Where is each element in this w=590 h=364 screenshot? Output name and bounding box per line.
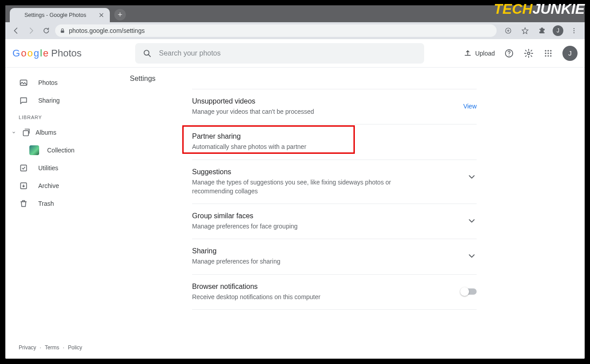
setting-row[interactable]: Group similar facesManage preferences fo… — [192, 204, 477, 239]
svg-point-4 — [574, 32, 574, 33]
svg-point-12 — [545, 52, 546, 54]
setting-row[interactable]: SharingManage preferences for sharing — [192, 239, 477, 274]
setting-title: Sharing — [192, 247, 458, 255]
help-icon[interactable] — [504, 48, 514, 59]
extensions-icon[interactable] — [536, 24, 548, 37]
sidebar-item-albums[interactable]: Albums — [5, 124, 121, 141]
setting-title: Suggestions — [192, 168, 458, 176]
main-content: Settings Unsupported videosManage your v… — [121, 68, 585, 359]
privacy-link[interactable]: Privacy — [19, 344, 36, 351]
browser-tab[interactable]: Settings - Google Photos — [10, 8, 110, 22]
svg-point-17 — [550, 55, 551, 56]
chevron-down-icon[interactable] — [467, 216, 477, 226]
address-bar[interactable]: photos.google.com/settings — [55, 24, 497, 37]
apps-grid-icon[interactable] — [543, 48, 554, 59]
upload-icon — [464, 49, 472, 57]
footer-links: Privacy · Terms · Policy — [5, 344, 121, 359]
profile-avatar[interactable]: J — [553, 25, 563, 36]
svg-point-3 — [574, 30, 574, 31]
policy-link[interactable]: Policy — [68, 344, 82, 351]
svg-point-13 — [547, 52, 549, 54]
sidebar-item-collection[interactable]: Collection — [5, 141, 121, 159]
forward-button[interactable] — [25, 24, 37, 37]
tab-title: Settings - Google Photos — [24, 12, 86, 18]
album-thumbnail — [29, 145, 39, 155]
search-bar[interactable] — [135, 43, 424, 64]
setting-subtitle: Automatically share photos with a partne… — [192, 142, 401, 151]
app-header: Google Photos Upload — [5, 39, 585, 68]
setting-subtitle: Manage preferences for sharing — [192, 257, 401, 266]
google-photos-logo[interactable]: Google Photos — [12, 48, 82, 59]
terms-link[interactable]: Terms — [45, 344, 60, 351]
setting-title: Unsupported videos — [192, 97, 454, 105]
setting-row: Browser notificationsReceive desktop not… — [192, 275, 477, 310]
install-app-icon[interactable] — [502, 24, 514, 37]
chevron-down-icon[interactable] — [467, 251, 477, 261]
browser-toolbar: photos.google.com/settings J — [5, 22, 585, 39]
tab-favicon — [14, 12, 21, 19]
sidebar-item-sharing[interactable]: Sharing — [5, 92, 121, 109]
upload-button[interactable]: Upload — [464, 49, 495, 57]
svg-point-9 — [545, 50, 546, 51]
account-avatar[interactable]: J — [562, 46, 578, 61]
bookmark-icon[interactable] — [519, 24, 531, 37]
setting-title: Partner sharing — [192, 132, 468, 140]
sidebar-item-utilities[interactable]: Utilities — [5, 159, 121, 177]
settings-list: Unsupported videosManage your videos tha… — [192, 89, 477, 310]
chevron-down-icon — [12, 130, 17, 135]
sidebar: Photos Sharing LIBRARY — [5, 68, 121, 359]
search-icon — [142, 48, 152, 58]
close-tab-button[interactable] — [98, 12, 104, 18]
new-tab-button[interactable]: + — [114, 9, 126, 20]
setting-row: Unsupported videosManage your videos tha… — [192, 89, 477, 124]
setting-subtitle: Manage preferences for face grouping — [192, 222, 401, 231]
watermark: TECHJUNKIE — [494, 1, 585, 17]
utilities-icon — [19, 163, 28, 173]
svg-point-7 — [509, 55, 510, 56]
settings-scroll[interactable]: Unsupported videosManage your videos tha… — [121, 89, 585, 359]
svg-point-10 — [547, 50, 549, 51]
browser-menu-icon[interactable] — [568, 24, 580, 37]
setting-title: Group similar faces — [192, 212, 458, 220]
setting-row: Partner sharingAutomatically share photo… — [192, 124, 477, 160]
app-page: Google Photos Upload — [5, 39, 585, 359]
svg-point-8 — [527, 52, 530, 55]
svg-point-2 — [574, 28, 574, 29]
setting-subtitle: Manage the types of suggestions you see,… — [192, 178, 401, 196]
view-link[interactable]: View — [463, 103, 477, 110]
archive-icon — [19, 181, 28, 191]
browser-window: Settings - Google Photos + ph — [5, 5, 585, 359]
album-icon — [21, 128, 31, 137]
toggle-switch[interactable] — [462, 288, 477, 295]
sidebar-library-header: LIBRARY — [5, 109, 121, 124]
back-button[interactable] — [10, 24, 22, 37]
sidebar-item-photos[interactable]: Photos — [5, 74, 121, 92]
url-text: photos.google.com/settings — [69, 27, 144, 34]
page-title: Settings — [121, 68, 585, 89]
settings-icon[interactable] — [523, 48, 534, 59]
trash-icon — [19, 199, 28, 208]
chevron-down-icon[interactable] — [467, 172, 477, 182]
setting-title: Browser notifications — [192, 283, 453, 291]
setting-subtitle: Receive desktop notifications on this co… — [192, 292, 401, 301]
svg-point-11 — [550, 50, 551, 51]
lock-icon — [60, 28, 65, 34]
image-icon — [19, 78, 28, 88]
setting-subtitle: Manage your videos that can't be process… — [192, 107, 401, 116]
svg-rect-20 — [20, 165, 26, 171]
reload-button[interactable] — [40, 24, 52, 37]
svg-rect-19 — [23, 131, 28, 136]
chat-icon — [19, 96, 28, 105]
setting-row[interactable]: SuggestionsManage the types of suggestio… — [192, 160, 477, 204]
sidebar-item-trash[interactable]: Trash — [5, 195, 121, 212]
search-input[interactable] — [159, 49, 417, 57]
svg-point-16 — [547, 55, 549, 56]
sidebar-item-archive[interactable]: Archive — [5, 177, 121, 195]
svg-point-15 — [545, 55, 546, 56]
svg-rect-0 — [61, 30, 64, 32]
svg-point-14 — [550, 52, 551, 54]
